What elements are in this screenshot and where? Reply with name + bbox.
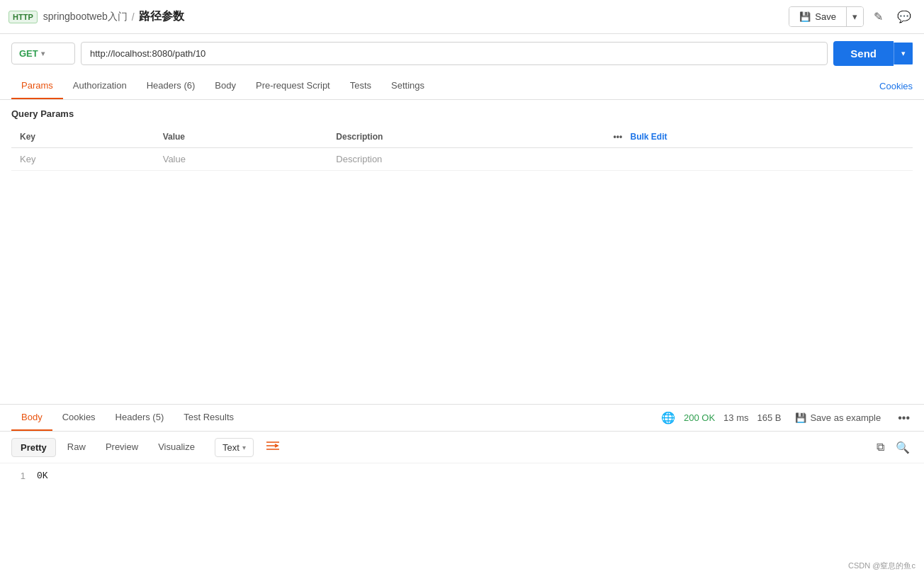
send-button-group: Send ▾ <box>833 41 913 66</box>
send-dropdown-button[interactable]: ▾ <box>894 43 913 64</box>
method-select[interactable]: GET ▾ <box>11 43 75 64</box>
globe-icon: 🌐 <box>661 411 675 424</box>
bulk-edit-label[interactable]: Bulk Edit <box>630 132 667 142</box>
save-example-icon: 💾 <box>795 412 806 423</box>
save-button[interactable]: 💾 Save <box>789 7 846 26</box>
wrap-lines-button[interactable] <box>261 437 285 457</box>
tab-tests[interactable]: Tests <box>340 73 381 99</box>
http-badge: HTTP <box>9 11 38 23</box>
response-status-area: 🌐 200 OK 13 ms 165 B 💾 Save as example •… <box>661 409 913 427</box>
save-button-group: 💾 Save ▾ <box>789 6 864 27</box>
key-cell[interactable]: Key <box>11 148 154 171</box>
format-tab-raw[interactable]: Raw <box>59 438 94 457</box>
resp-tab-body[interactable]: Body <box>11 405 52 431</box>
tab-body[interactable]: Body <box>205 73 246 99</box>
col-key: Key <box>11 126 154 148</box>
save-dropdown-button[interactable]: ▾ <box>846 7 863 26</box>
response-time: 13 ms <box>723 412 748 423</box>
line-number: 1 <box>11 471 26 481</box>
text-type-chevron-icon: ▾ <box>242 444 246 451</box>
description-cell[interactable]: Description <box>327 148 604 171</box>
tab-params[interactable]: Params <box>11 73 63 99</box>
more-icon: ••• <box>614 132 623 142</box>
tab-authorization[interactable]: Authorization <box>63 73 137 99</box>
search-button[interactable]: 🔍 <box>893 438 913 457</box>
comment-button[interactable]: 💬 <box>893 6 915 28</box>
response-size: 165 B <box>757 412 781 423</box>
method-chevron-icon: ▾ <box>41 50 45 57</box>
save-label: Save <box>815 11 836 22</box>
footer: CSDN @窒息的鱼c <box>848 561 915 571</box>
resp-tab-headers[interactable]: Headers (5) <box>106 405 174 431</box>
top-bar: HTTP springbootweb入门 / 路径参数 💾 Save ▾ ✎ 💬 <box>0 0 924 34</box>
col-actions: ••• Bulk Edit <box>605 126 913 148</box>
tab-headers[interactable]: Headers (6) <box>137 73 205 99</box>
url-input[interactable] <box>81 42 828 65</box>
col-description: Description <box>327 126 604 148</box>
breadcrumb-current: 路径参数 <box>139 9 184 24</box>
response-area: Body Cookies Headers (5) Test Results 🌐 … <box>0 404 924 574</box>
col-value: Value <box>154 126 328 148</box>
query-params-section: Query Params Key Value Description ••• B… <box>0 100 924 179</box>
top-bar-actions: 💾 Save ▾ ✎ 💬 <box>789 6 915 28</box>
params-table: Key Value Description ••• Bulk Edit Key … <box>11 126 913 171</box>
status-badge: 200 OK <box>684 412 715 423</box>
save-example-label: Save as example <box>810 412 881 423</box>
tab-pre-request-script[interactable]: Pre-request Script <box>246 73 340 99</box>
breadcrumb: springbootweb入门 / 路径参数 <box>43 9 184 24</box>
format-tab-pretty[interactable]: Pretty <box>11 438 56 457</box>
save-disk-icon: 💾 <box>799 11 811 22</box>
value-cell[interactable]: Value <box>154 148 328 171</box>
format-tab-preview[interactable]: Preview <box>97 438 147 457</box>
save-example-button[interactable]: 💾 Save as example <box>789 410 886 426</box>
url-bar: GET ▾ Send ▾ <box>0 34 924 73</box>
response-body: 1 0K <box>0 463 924 488</box>
footer-text: CSDN @窒息的鱼c <box>848 561 915 570</box>
response-more-button[interactable]: ••• <box>895 409 913 427</box>
resp-tab-cookies[interactable]: Cookies <box>52 405 106 431</box>
breadcrumb-separator: / <box>132 11 135 23</box>
response-content: 0K <box>37 471 48 481</box>
query-params-title: Query Params <box>11 108 913 119</box>
breadcrumb-parent: springbootweb入门 <box>43 11 128 23</box>
table-row: Key Value Description <box>11 148 913 171</box>
copy-button[interactable]: ⧉ <box>874 438 887 457</box>
edit-button[interactable]: ✎ <box>869 6 887 28</box>
text-type-label: Text <box>222 442 240 453</box>
send-button[interactable]: Send <box>833 41 894 66</box>
response-tabs-bar: Body Cookies Headers (5) Test Results 🌐 … <box>0 405 924 432</box>
response-format-bar: Pretty Raw Preview Visualize Text ▾ ⧉ 🔍 <box>0 432 924 463</box>
resp-tab-test-results[interactable]: Test Results <box>174 405 244 431</box>
method-label: GET <box>19 48 38 59</box>
format-actions: ⧉ 🔍 <box>874 438 913 457</box>
format-tab-visualize[interactable]: Visualize <box>150 438 203 457</box>
tab-settings[interactable]: Settings <box>381 73 434 99</box>
cookies-link[interactable]: Cookies <box>879 74 913 99</box>
request-tabs: Params Authorization Headers (6) Body Pr… <box>0 73 924 100</box>
text-type-select[interactable]: Text ▾ <box>215 438 254 457</box>
